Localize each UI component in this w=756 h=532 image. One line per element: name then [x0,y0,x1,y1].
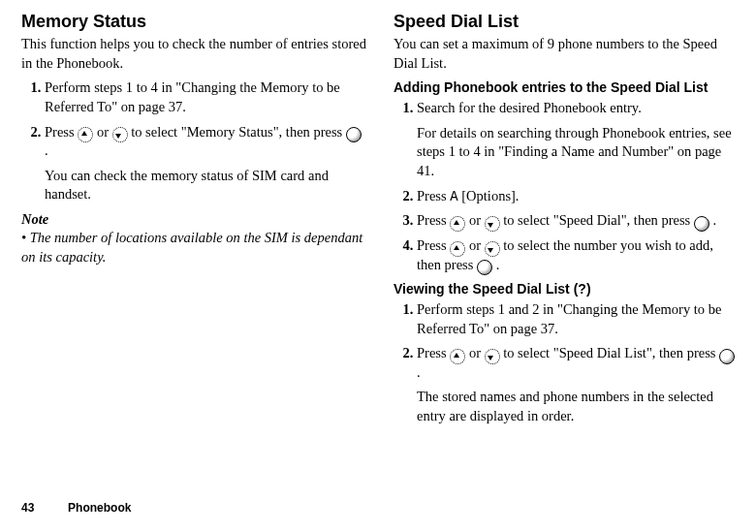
text-fragment: [Options]. [461,188,519,203]
text-fragment: or [97,124,112,140]
memory-status-step-1: Perform steps 1 to 4 in "Changing the Me… [45,78,366,116]
subheading-adding-entries: Adding Phonebook entries to the Speed Di… [394,78,739,97]
note-label: Note [21,210,366,230]
steps-adding-entries: Search for the desired Phonebook entry. … [394,99,739,274]
steps-memory-status: Perform steps 1 to 4 in "Changing the Me… [21,78,366,203]
memory-status-step-2-after: You can check the memory status of SIM c… [45,167,366,204]
text-fragment: . [45,142,48,158]
page: Memory Status This function helps you to… [0,0,756,532]
heading-speed-dial-list: Speed Dial List [394,10,739,33]
adding-step-1: Search for the desired Phonebook entry. … [417,99,739,180]
text-fragment: to select "Speed Dial", then press [503,212,694,228]
two-column-layout: Memory Status This function helps you to… [21,10,739,431]
text-fragment: or [469,345,485,360]
down-icon [485,216,500,232]
lead-speed-dial-list: You can set a maximum of 9 phone numbers… [394,35,739,73]
text-fragment: or [469,212,485,228]
down-icon [112,127,128,142]
viewing-step-2: Press or to select "Speed Dial List", th… [417,344,739,425]
adding-step-3: Press or to select "Speed Dial", then pr… [417,211,739,231]
adding-step-1-after: For details on searching through Phonebo… [417,124,739,181]
text-fragment: . [496,257,500,272]
text-fragment: Press [417,345,450,360]
down-icon [485,241,500,257]
text-fragment: or [469,237,485,253]
up-icon [450,241,465,257]
text-fragment: Press [417,212,450,228]
text-fragment: . [713,212,717,228]
section-name: Phonebook [68,501,131,515]
up-icon [450,349,465,364]
page-footer: 43 Phonebook [21,501,131,515]
left-column: Memory Status This function helps you to… [21,10,366,431]
text-fragment: Press [417,188,450,203]
text-fragment: Search for the desired Phonebook entry. [417,100,642,115]
text-fragment: to select "Memory Status", then press [131,124,346,140]
note-body: The number of locations available on the… [21,229,366,266]
adding-step-2: Press A [Options]. [417,187,739,206]
text-fragment: . [417,364,421,380]
text-fragment: Press [417,237,450,253]
ok-button-icon [346,127,362,142]
page-number: 43 [21,501,34,515]
heading-memory-status: Memory Status [21,10,366,33]
viewing-step-2-after: The stored names and phone numbers in th… [417,388,739,425]
softkey-a-icon: A [450,189,457,204]
ok-button-icon [719,349,735,364]
viewing-step-1: Perform steps 1 and 2 in "Changing the M… [417,300,739,338]
right-column: Speed Dial List You can set a maximum of… [394,10,739,431]
ok-button-icon [477,260,492,275]
text-fragment: Press [45,124,78,140]
down-icon [485,349,500,364]
up-icon [78,127,93,142]
adding-step-4: Press or to select the number you wish t… [417,236,739,274]
text-fragment: to select "Speed Dial List", then press [503,345,719,360]
lead-memory-status: This function helps you to check the num… [21,35,366,73]
up-icon [450,216,465,232]
steps-viewing-list: Perform steps 1 and 2 in "Changing the M… [394,300,739,425]
ok-button-icon [694,216,709,232]
subheading-viewing-list: Viewing the Speed Dial List (?) [394,280,739,298]
memory-status-step-2: Press or to select "Memory Status", then… [45,123,366,204]
